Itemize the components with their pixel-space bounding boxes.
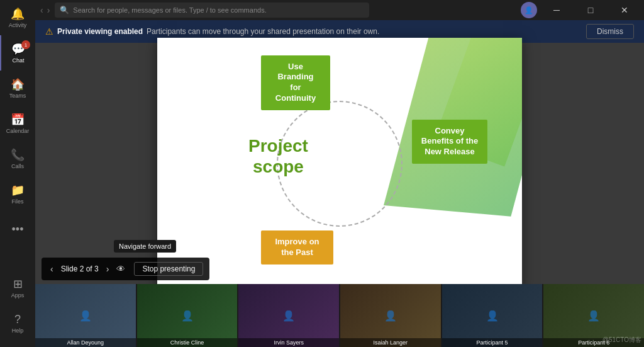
participant-name-4: Isaiah Langer <box>340 338 441 347</box>
participant-video-1: 👤 Allan Deyoung <box>35 284 136 347</box>
search-icon: 🔍 <box>60 6 69 14</box>
help-label: Help <box>12 327 24 334</box>
avatar[interactable]: 👤 <box>521 2 537 18</box>
apps-label: Apps <box>11 292 25 299</box>
sidebar-item-more[interactable]: ••• <box>0 212 35 247</box>
video-bg-5: 👤 <box>442 284 543 347</box>
improve-box: Improve on the Past <box>261 230 333 265</box>
banner-bold: Private viewing enabled <box>57 27 143 36</box>
person-silhouette-2: 👤 <box>175 303 200 328</box>
dismiss-button[interactable]: Dismiss <box>586 24 634 39</box>
project-scope-line1: Project <box>248 135 308 157</box>
calendar-label: Calendar <box>6 128 30 134</box>
sidebar: 🔔 Activity 1 💬 Chat 🏠 Teams 📅 Calendar 📞… <box>0 0 35 347</box>
participant-name-2: Christie Cline <box>137 338 238 347</box>
participant-name-5: Participant 5 <box>442 338 543 347</box>
sidebar-item-files[interactable]: 📁 Files <box>0 176 35 212</box>
convey-line2: Benefits of the <box>421 136 479 147</box>
help-icon: ? <box>14 313 21 326</box>
branding-line2: for Continuity <box>270 82 321 104</box>
participant-video-5: 👤 Participant 5 <box>442 284 543 347</box>
sidebar-item-help[interactable]: ? Help <box>0 305 35 341</box>
person-silhouette-6: 👤 <box>581 303 606 328</box>
convey-box: Convey Benefits of the New Release <box>412 120 487 164</box>
calls-label: Calls <box>11 163 24 169</box>
video-bg-2: 👤 <box>137 284 238 347</box>
video-bg-1: 👤 <box>35 284 136 347</box>
search-bar[interactable]: 🔍 Search for people, messages or files. … <box>55 3 369 18</box>
chat-label: Chat <box>12 57 24 64</box>
forward-button[interactable]: › <box>47 5 50 15</box>
sidebar-item-calls[interactable]: 📞 Calls <box>0 141 35 176</box>
sidebar-item-calendar[interactable]: 📅 Calendar <box>0 106 35 141</box>
presentation-slide: Project scope Use Branding for Continuit… <box>157 38 522 290</box>
chat-badge: 1 <box>21 40 30 49</box>
participant-video-4: 👤 Isaiah Langer <box>340 284 441 347</box>
navigate-forward-tooltip: Navigate forward <box>114 240 176 253</box>
main-area: Project scope Use Branding for Continuit… <box>35 43 644 347</box>
convey-line3: New Release <box>421 147 479 157</box>
calls-icon: 📞 <box>11 148 25 162</box>
close-button[interactable]: ✕ <box>610 0 639 20</box>
person-silhouette-1: 👤 <box>73 303 98 328</box>
project-scope-text: Project scope <box>248 135 308 178</box>
participant-name-3: Irvin Sayers <box>238 338 339 347</box>
video-bg-3: 👤 <box>238 284 339 347</box>
improve-line1: Improve on <box>270 237 325 247</box>
calendar-icon: 📅 <box>11 113 25 127</box>
sidebar-item-activity[interactable]: 🔔 Activity <box>0 0 35 35</box>
sidebar-item-apps[interactable]: ⊞ Apps <box>0 270 35 305</box>
person-silhouette-4: 👤 <box>378 303 403 328</box>
project-scope-line2: scope <box>248 156 308 178</box>
sidebar-item-chat[interactable]: 1 💬 Chat <box>0 35 35 71</box>
participant-video-3: 👤 Irvin Sayers <box>238 284 339 347</box>
slide-nav-bar: ‹ Slide 2 of 3 › 👁 Stop presenting Navig… <box>42 258 209 280</box>
avatar-icon: 👤 <box>525 6 533 14</box>
participant-video-2: 👤 Christie Cline <box>137 284 238 347</box>
activity-icon: 🔔 <box>11 7 25 21</box>
participants-bar: 👤 Allan Deyoung 👤 Christie Cline 👤 Irvin… <box>35 284 644 347</box>
banner-message: Participants can move through your share… <box>147 27 379 36</box>
search-placeholder: Search for people, messages or files. Ty… <box>73 6 266 14</box>
improve-line2: the Past <box>270 247 325 258</box>
prev-slide-button[interactable]: ‹ <box>48 264 56 274</box>
activity-label: Activity <box>9 22 27 28</box>
maximize-button[interactable]: □ <box>576 0 605 20</box>
warning-icon: ⚠ <box>45 26 53 37</box>
slide-container: Project scope Use Branding for Continuit… <box>35 43 644 284</box>
teams-icon: 🏠 <box>11 77 25 91</box>
teams-label: Teams <box>9 93 26 99</box>
minimize-button[interactable]: ─ <box>542 0 571 20</box>
person-silhouette-3: 👤 <box>276 303 301 328</box>
stop-presenting-button[interactable]: Stop presenting <box>134 262 203 276</box>
files-label: Files <box>11 198 23 205</box>
back-button[interactable]: ‹ <box>40 5 43 15</box>
view-icon[interactable]: 👁 <box>116 264 125 274</box>
watermark: @51CTO博客 <box>602 336 641 344</box>
apps-icon: ⊞ <box>13 277 23 291</box>
files-icon: 📁 <box>11 183 25 197</box>
branding-box: Use Branding for Continuity <box>261 55 330 111</box>
participant-name-1: Allan Deyoung <box>35 338 136 347</box>
more-icon: ••• <box>12 223 24 236</box>
sidebar-item-teams[interactable]: 🏠 Teams <box>0 71 35 106</box>
convey-line1: Convey <box>421 126 479 137</box>
video-bg-4: 👤 <box>340 284 441 347</box>
slide-counter: Slide 2 of 3 <box>61 265 99 273</box>
next-slide-button[interactable]: › <box>104 264 112 274</box>
titlebar: ‹ › 🔍 Search for people, messages or fil… <box>35 0 644 20</box>
branding-line1: Use Branding <box>270 62 321 83</box>
person-silhouette-5: 👤 <box>480 303 505 328</box>
